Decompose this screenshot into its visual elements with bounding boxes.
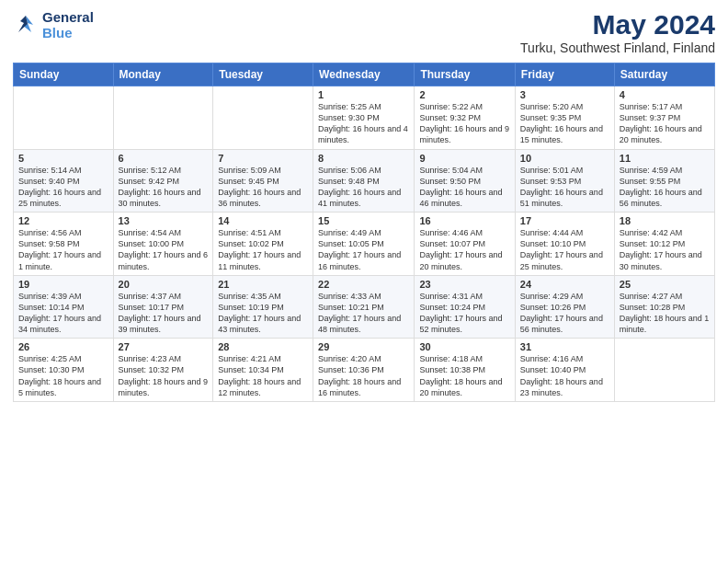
subtitle: Turku, Southwest Finland, Finland (520, 40, 715, 55)
calendar-cell: 10Sunrise: 5:01 AM Sunset: 9:53 PM Dayli… (515, 149, 614, 213)
calendar-cell: 14Sunrise: 4:51 AM Sunset: 10:02 PM Dayl… (213, 213, 313, 276)
day-number: 10 (520, 153, 609, 164)
calendar-week-1: 5Sunrise: 5:14 AM Sunset: 9:40 PM Daylig… (14, 149, 715, 213)
day-number: 6 (119, 153, 209, 164)
day-info: Sunrise: 4:44 AM Sunset: 10:10 PM Daylig… (520, 227, 609, 272)
svg-marker-1 (18, 16, 28, 32)
day-info: Sunrise: 5:17 AM Sunset: 9:37 PM Dayligh… (620, 101, 710, 146)
day-info: Sunrise: 4:42 AM Sunset: 10:12 PM Daylig… (620, 227, 710, 272)
calendar-cell: 20Sunrise: 4:37 AM Sunset: 10:17 PM Dayl… (113, 275, 213, 339)
page: General Blue May 2024 Turku, Southwest F… (0, 0, 728, 563)
calendar-cell: 17Sunrise: 4:44 AM Sunset: 10:10 PM Dayl… (515, 213, 614, 276)
day-number: 13 (119, 215, 209, 226)
calendar-cell: 15Sunrise: 4:49 AM Sunset: 10:05 PM Dayl… (313, 213, 415, 276)
calendar-cell: 2Sunrise: 5:22 AM Sunset: 9:32 PM Daylig… (415, 86, 515, 150)
calendar-table: SundayMondayTuesdayWednesdayThursdayFrid… (13, 63, 715, 402)
day-number: 5 (18, 153, 108, 164)
day-number: 9 (419, 153, 509, 164)
weekday-header-sunday: Sunday (14, 63, 114, 86)
calendar-week-0: 1Sunrise: 5:25 AM Sunset: 9:30 PM Daylig… (14, 86, 715, 150)
calendar-cell (213, 86, 313, 150)
weekday-header-tuesday: Tuesday (213, 63, 313, 86)
day-number: 19 (18, 279, 108, 290)
calendar-cell: 30Sunrise: 4:18 AM Sunset: 10:38 PM Dayl… (415, 339, 515, 402)
calendar-week-4: 26Sunrise: 4:25 AM Sunset: 10:30 PM Dayl… (14, 339, 715, 402)
calendar-cell (113, 86, 213, 150)
day-info: Sunrise: 4:56 AM Sunset: 9:58 PM Dayligh… (18, 227, 108, 272)
calendar-cell: 13Sunrise: 4:54 AM Sunset: 10:00 PM Dayl… (113, 213, 213, 276)
day-number: 11 (620, 153, 710, 164)
calendar-cell: 8Sunrise: 5:06 AM Sunset: 9:48 PM Daylig… (313, 149, 415, 213)
weekday-header-friday: Friday (515, 63, 614, 86)
day-info: Sunrise: 4:23 AM Sunset: 10:32 PM Daylig… (119, 353, 209, 398)
weekday-header-monday: Monday (113, 63, 213, 86)
calendar-header-row: SundayMondayTuesdayWednesdayThursdayFrid… (14, 63, 715, 86)
day-info: Sunrise: 4:54 AM Sunset: 10:00 PM Daylig… (119, 227, 209, 272)
day-number: 1 (318, 89, 409, 100)
day-info: Sunrise: 4:39 AM Sunset: 10:14 PM Daylig… (18, 291, 108, 336)
calendar-cell: 16Sunrise: 4:46 AM Sunset: 10:07 PM Dayl… (415, 213, 515, 276)
calendar-cell (14, 86, 114, 150)
day-number: 25 (620, 279, 710, 290)
logo-text: General Blue (42, 9, 94, 41)
calendar-cell: 11Sunrise: 4:59 AM Sunset: 9:55 PM Dayli… (614, 149, 714, 213)
day-number: 16 (419, 215, 509, 226)
calendar-cell: 25Sunrise: 4:27 AM Sunset: 10:28 PM Dayl… (614, 275, 714, 339)
day-info: Sunrise: 4:37 AM Sunset: 10:17 PM Daylig… (119, 291, 209, 336)
day-info: Sunrise: 5:04 AM Sunset: 9:50 PM Dayligh… (419, 165, 509, 210)
calendar-cell: 5Sunrise: 5:14 AM Sunset: 9:40 PM Daylig… (14, 149, 114, 213)
day-number: 2 (419, 89, 509, 100)
day-number: 23 (419, 279, 509, 290)
day-number: 18 (620, 215, 710, 226)
logo-icon (13, 12, 39, 38)
day-info: Sunrise: 4:25 AM Sunset: 10:30 PM Daylig… (18, 353, 108, 398)
day-info: Sunrise: 4:21 AM Sunset: 10:34 PM Daylig… (218, 353, 308, 398)
calendar-cell: 26Sunrise: 4:25 AM Sunset: 10:30 PM Dayl… (14, 339, 114, 402)
day-info: Sunrise: 4:35 AM Sunset: 10:19 PM Daylig… (218, 291, 308, 336)
day-number: 12 (18, 215, 108, 226)
day-number: 20 (119, 279, 209, 290)
day-number: 26 (18, 341, 108, 352)
main-title: May 2024 (520, 9, 715, 40)
day-number: 4 (620, 89, 710, 100)
day-info: Sunrise: 4:27 AM Sunset: 10:28 PM Daylig… (620, 291, 710, 336)
day-info: Sunrise: 5:12 AM Sunset: 9:42 PM Dayligh… (119, 165, 209, 210)
day-info: Sunrise: 5:09 AM Sunset: 9:45 PM Dayligh… (218, 165, 308, 210)
day-number: 8 (318, 153, 409, 164)
day-info: Sunrise: 4:51 AM Sunset: 10:02 PM Daylig… (218, 227, 308, 272)
calendar-cell: 22Sunrise: 4:33 AM Sunset: 10:21 PM Dayl… (313, 275, 415, 339)
calendar-cell: 21Sunrise: 4:35 AM Sunset: 10:19 PM Dayl… (213, 275, 313, 339)
logo: General Blue (13, 9, 94, 41)
day-info: Sunrise: 4:46 AM Sunset: 10:07 PM Daylig… (419, 227, 509, 272)
calendar-cell: 28Sunrise: 4:21 AM Sunset: 10:34 PM Dayl… (213, 339, 313, 402)
calendar-cell: 18Sunrise: 4:42 AM Sunset: 10:12 PM Dayl… (614, 213, 714, 276)
day-info: Sunrise: 5:01 AM Sunset: 9:53 PM Dayligh… (520, 165, 609, 210)
day-number: 22 (318, 279, 409, 290)
day-number: 27 (119, 341, 209, 352)
day-info: Sunrise: 4:29 AM Sunset: 10:26 PM Daylig… (520, 291, 609, 336)
day-info: Sunrise: 5:14 AM Sunset: 9:40 PM Dayligh… (18, 165, 108, 210)
day-info: Sunrise: 5:22 AM Sunset: 9:32 PM Dayligh… (419, 101, 509, 146)
calendar-cell: 3Sunrise: 5:20 AM Sunset: 9:35 PM Daylig… (515, 86, 614, 150)
day-number: 15 (318, 215, 409, 226)
calendar-cell: 24Sunrise: 4:29 AM Sunset: 10:26 PM Dayl… (515, 275, 614, 339)
day-info: Sunrise: 4:31 AM Sunset: 10:24 PM Daylig… (419, 291, 509, 336)
calendar-cell: 7Sunrise: 5:09 AM Sunset: 9:45 PM Daylig… (213, 149, 313, 213)
day-number: 29 (318, 341, 409, 352)
day-info: Sunrise: 5:06 AM Sunset: 9:48 PM Dayligh… (318, 165, 409, 210)
day-info: Sunrise: 4:33 AM Sunset: 10:21 PM Daylig… (318, 291, 409, 336)
calendar-cell: 12Sunrise: 4:56 AM Sunset: 9:58 PM Dayli… (14, 213, 114, 276)
day-info: Sunrise: 5:20 AM Sunset: 9:35 PM Dayligh… (520, 101, 609, 146)
day-info: Sunrise: 4:59 AM Sunset: 9:55 PM Dayligh… (620, 165, 710, 210)
day-number: 7 (218, 153, 308, 164)
day-info: Sunrise: 4:16 AM Sunset: 10:40 PM Daylig… (520, 353, 609, 398)
day-info: Sunrise: 4:49 AM Sunset: 10:05 PM Daylig… (318, 227, 409, 272)
weekday-header-saturday: Saturday (614, 63, 714, 86)
calendar-cell: 19Sunrise: 4:39 AM Sunset: 10:14 PM Dayl… (14, 275, 114, 339)
calendar-cell: 9Sunrise: 5:04 AM Sunset: 9:50 PM Daylig… (415, 149, 515, 213)
day-info: Sunrise: 4:18 AM Sunset: 10:38 PM Daylig… (419, 353, 509, 398)
calendar-cell: 6Sunrise: 5:12 AM Sunset: 9:42 PM Daylig… (113, 149, 213, 213)
calendar-cell: 29Sunrise: 4:20 AM Sunset: 10:36 PM Dayl… (313, 339, 415, 402)
calendar-week-2: 12Sunrise: 4:56 AM Sunset: 9:58 PM Dayli… (14, 213, 715, 276)
day-number: 21 (218, 279, 308, 290)
